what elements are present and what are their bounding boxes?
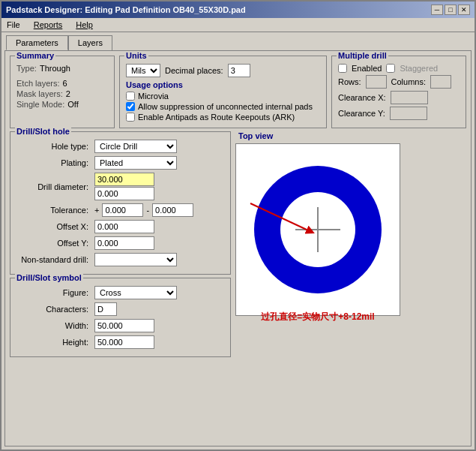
- tolerance-row: Tolerance: + -: [16, 203, 224, 217]
- etch-value: 6: [62, 79, 67, 88]
- menu-reports[interactable]: Reports: [31, 20, 65, 30]
- plating-label: Plating:: [16, 158, 91, 167]
- top-view-title: Top view: [238, 131, 466, 140]
- multiple-drill-title: Multiple drill: [337, 51, 388, 60]
- staggered-label: Staggered: [400, 64, 438, 73]
- single-value: Off: [67, 100, 78, 109]
- clearance-x-label: Clearance X:: [338, 93, 386, 102]
- enabled-checkbox[interactable]: [338, 64, 347, 73]
- offset-x-row: Offset X:: [16, 220, 224, 233]
- microvia-label: Microvia: [138, 92, 169, 101]
- drill-symbol-group: Drill/Slot symbol Figure: Cross Characte…: [10, 278, 231, 357]
- figure-select[interactable]: Cross: [94, 286, 177, 299]
- height-input[interactable]: [94, 335, 154, 349]
- usage-options-section: Usage options Microvia Allow suppression…: [126, 80, 320, 122]
- type-label: Type:: [16, 64, 37, 73]
- summary-type-row: Type: Through: [16, 64, 108, 73]
- characters-label: Characters:: [16, 305, 91, 314]
- multiple-drill-group: Multiple drill Enabled Staggered Rows: C…: [331, 56, 466, 128]
- drill-symbol-title: Drill/Slot symbol: [15, 273, 83, 282]
- usage-options-title: Usage options: [126, 80, 320, 89]
- menu-bar: File Reports Help: [1, 18, 475, 32]
- width-row: Width:: [16, 319, 224, 332]
- decimal-input[interactable]: [228, 64, 250, 77]
- units-title: Units: [124, 51, 148, 60]
- figure-row: Figure: Cross: [16, 286, 224, 299]
- units-select[interactable]: Mils: [126, 64, 160, 77]
- title-bar: Padstack Designer: Editing Pad Definitio…: [1, 2, 475, 18]
- single-label: Single Mode:: [16, 100, 64, 109]
- drill-diameter-sub-input[interactable]: [94, 187, 154, 200]
- summary-group: Summary Type: Through Etch layers: 6 Mas…: [10, 56, 115, 128]
- characters-input[interactable]: [94, 302, 117, 316]
- units-group: Units Mils Decimal places: Usage options…: [119, 56, 327, 128]
- left-col: Drill/Slot hole Hole type: Circle Drill …: [10, 131, 231, 441]
- staggered-checkbox[interactable]: [386, 64, 395, 73]
- top-view-area: [235, 143, 400, 316]
- tolerance-minus-sign: -: [146, 206, 149, 215]
- clearance-y-label: Clearance Y:: [338, 109, 385, 118]
- offset-y-label: Offset Y:: [16, 239, 91, 248]
- summary-title: Summary: [15, 51, 55, 60]
- figure-label: Figure:: [16, 288, 91, 297]
- top-row: Summary Type: Through Etch layers: 6 Mas…: [10, 56, 466, 128]
- suppress-row: Allow suppression of unconnected interna…: [126, 102, 320, 111]
- clearance-y-input[interactable]: [390, 107, 427, 120]
- annotation-text: 过孔直径=实物尺寸+8-12mil: [261, 311, 374, 322]
- units-row: Mils Decimal places:: [126, 64, 320, 77]
- single-row: Single Mode: Off: [16, 100, 108, 109]
- offset-x-input[interactable]: [94, 220, 154, 233]
- etch-label: Etch layers:: [16, 79, 59, 88]
- menu-help[interactable]: Help: [73, 20, 95, 30]
- ark-checkbox[interactable]: [126, 113, 135, 122]
- offset-y-row: Offset Y:: [16, 236, 224, 250]
- close-button[interactable]: ✕: [458, 5, 470, 15]
- hole-type-label: Hole type:: [16, 142, 91, 151]
- tab-parameters[interactable]: Parameters: [6, 35, 68, 50]
- rows-input[interactable]: [366, 75, 387, 89]
- circle-outer: [254, 166, 382, 293]
- maximize-button[interactable]: □: [445, 5, 457, 15]
- decimal-label: Decimal places:: [165, 66, 223, 75]
- ark-label: Enable Antipads as Route Keepouts (ARK): [138, 113, 295, 122]
- clearance-x-input[interactable]: [391, 91, 428, 104]
- plating-select[interactable]: Plated: [94, 156, 177, 170]
- columns-label: Columns:: [391, 77, 426, 86]
- columns-input[interactable]: [430, 75, 451, 89]
- menu-file[interactable]: File: [4, 20, 22, 30]
- width-label: Width:: [16, 321, 91, 330]
- height-row: Height:: [16, 335, 224, 349]
- annotation-container: 过孔直径=实物尺寸+8-12mil: [228, 311, 408, 323]
- mask-label: Mask layers:: [16, 89, 63, 98]
- window-controls: ─ □ ✕: [431, 5, 470, 15]
- tolerance-minus-input[interactable]: [152, 203, 193, 217]
- tab-layers[interactable]: Layers: [68, 35, 112, 50]
- ark-row: Enable Antipads as Route Keepouts (ARK): [126, 113, 320, 122]
- non-standard-select[interactable]: [94, 253, 177, 266]
- main-window: Padstack Designer: Editing Pad Definitio…: [0, 0, 476, 451]
- clearance-x-row: Clearance X:: [338, 91, 460, 104]
- bottom-row: Drill/Slot hole Hole type: Circle Drill …: [10, 131, 466, 441]
- window-title: Padstack Designer: Editing Pad Definitio…: [6, 5, 246, 14]
- non-standard-row: Non-standard drill:: [16, 253, 224, 266]
- non-standard-label: Non-standard drill:: [16, 255, 91, 264]
- drill-diameter-input[interactable]: [94, 173, 154, 186]
- enabled-label: Enabled: [352, 64, 382, 73]
- circle-inner: [280, 192, 355, 267]
- rows-label: Rows:: [338, 77, 361, 86]
- height-label: Height:: [16, 338, 91, 347]
- microvia-row: Microvia: [126, 92, 320, 101]
- offset-y-input[interactable]: [94, 236, 154, 250]
- characters-row: Characters:: [16, 302, 224, 316]
- enabled-staggered-row: Enabled Staggered: [338, 64, 460, 73]
- hole-type-row: Hole type: Circle Drill: [16, 140, 224, 153]
- microvia-checkbox[interactable]: [126, 92, 135, 101]
- tolerance-plus-input[interactable]: [102, 203, 143, 217]
- drill-diameter-label: Drill diameter:: [16, 182, 91, 191]
- hole-type-select[interactable]: Circle Drill: [94, 140, 177, 153]
- width-input[interactable]: [94, 319, 154, 332]
- plating-row: Plating: Plated: [16, 156, 224, 170]
- minimize-button[interactable]: ─: [431, 5, 443, 15]
- tolerance-label: Tolerance:: [16, 206, 91, 215]
- suppress-checkbox[interactable]: [126, 102, 135, 111]
